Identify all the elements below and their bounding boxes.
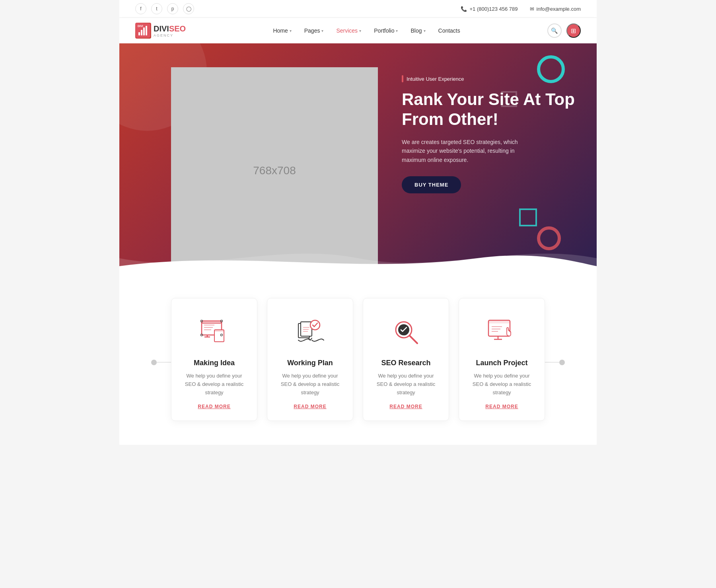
nav-home[interactable]: Home ▾: [273, 27, 291, 34]
pinterest-icon[interactable]: p: [167, 3, 178, 14]
svg-line-26: [410, 336, 417, 343]
hero-title: Rank Your Site At Top From Other!: [402, 90, 581, 130]
nav-blog[interactable]: Blog ▾: [411, 27, 425, 34]
card-link-seo-research[interactable]: READ MORE: [389, 404, 422, 409]
hero-section: 768x708 Intuitive User Experience Rank Y…: [119, 43, 597, 274]
card-link-making-idea[interactable]: READ MORE: [198, 404, 230, 409]
seo-research-icon: [388, 314, 424, 350]
hero-content: Intuitive User Experience Rank Your Site…: [378, 43, 597, 274]
chevron-down-icon: ▾: [290, 29, 292, 33]
service-card-working-plan: Working Plan We help you define your SEO…: [267, 298, 353, 421]
top-bar-contact: 📞 +1 (800)123 456 789 ✉ info@example.com: [461, 6, 581, 12]
apps-button[interactable]: ⊞: [566, 23, 581, 38]
nav-contacts[interactable]: Contacts: [438, 27, 460, 34]
chevron-down-icon: ▾: [321, 29, 323, 33]
services-section: Making Idea We help you define your SEO …: [119, 274, 597, 445]
nav-actions: 🔍 ⊞: [547, 23, 581, 38]
search-button[interactable]: 🔍: [547, 23, 562, 38]
chevron-down-icon: ▾: [424, 29, 426, 33]
email-address: ✉ info@example.com: [530, 6, 581, 12]
deco-dot-left: [151, 360, 157, 365]
nav-links: Home ▾ Pages ▾ Services ▾ Portfolio ▾ Bl…: [273, 27, 460, 34]
card-desc-working-plan: We help you define your SEO & develop a …: [278, 372, 342, 397]
service-card-making-idea: Making Idea We help you define your SEO …: [171, 298, 257, 421]
nav-services[interactable]: Services ▾: [336, 27, 361, 34]
svg-rect-4: [146, 26, 147, 35]
navbar: DIVI DIVISEO AGENCY Home ▾ Pages ▾ Servi…: [119, 18, 597, 43]
card-title-launch-project: Launch Project: [476, 359, 527, 367]
hero-wave: [119, 242, 597, 274]
card-title-seo-research: SEO Research: [381, 359, 430, 367]
email-icon: ✉: [530, 6, 534, 12]
nav-portfolio[interactable]: Portfolio ▾: [374, 27, 398, 34]
launch-project-icon: [484, 314, 520, 350]
deco-dot-right: [559, 360, 565, 365]
chevron-down-icon: ▾: [396, 29, 398, 33]
phone-icon: 📞: [461, 6, 467, 12]
svg-rect-2: [141, 30, 142, 35]
top-bar: f t p ◯ 📞 +1 (800)123 456 789 ✉ info@exa…: [119, 0, 597, 18]
service-card-seo-research: SEO Research We help you define your SEO…: [363, 298, 449, 421]
service-card-launch-project: Launch Project We help you define your S…: [459, 298, 545, 421]
svg-rect-3: [143, 27, 145, 35]
logo-icon: DIVI: [135, 23, 151, 39]
hero-eyebrow: Intuitive User Experience: [402, 75, 581, 82]
svg-rect-11: [214, 330, 224, 332]
card-link-launch-project[interactable]: READ MORE: [485, 404, 518, 409]
card-title-working-plan: Working Plan: [287, 359, 333, 367]
making-idea-icon: [197, 314, 232, 350]
card-desc-launch-project: We help you define your SEO & develop a …: [470, 372, 533, 397]
card-title-making-idea: Making Idea: [194, 359, 235, 367]
twitter-icon[interactable]: t: [151, 3, 162, 14]
working-plan-icon: [292, 314, 328, 350]
svg-rect-1: [138, 32, 140, 35]
hero-description: We are creates targeted SEO strategies, …: [402, 138, 537, 164]
logo-sub: AGENCY: [154, 33, 186, 37]
nav-pages[interactable]: Pages ▾: [304, 27, 324, 34]
svg-rect-7: [202, 321, 222, 323]
buy-theme-button[interactable]: BUY THEME: [402, 176, 461, 193]
social-icons: f t p ◯: [135, 3, 194, 14]
instagram-icon[interactable]: ◯: [183, 3, 194, 14]
logo[interactable]: DIVI DIVISEO AGENCY: [135, 23, 186, 39]
svg-rect-29: [488, 320, 510, 323]
service-cards-row: Making Idea We help you define your SEO …: [171, 298, 545, 421]
facebook-icon[interactable]: f: [135, 3, 146, 14]
logo-text: DIVISEO: [154, 24, 186, 33]
card-desc-seo-research: We help you define your SEO & develop a …: [374, 372, 438, 397]
eyebrow-bar: [402, 75, 403, 82]
svg-text:DIVI: DIVI: [138, 25, 143, 27]
card-link-working-plan[interactable]: READ MORE: [294, 404, 326, 409]
card-desc-making-idea: We help you define your SEO & develop a …: [183, 372, 246, 397]
chevron-down-icon: ▾: [359, 29, 361, 33]
phone-number: 📞 +1 (800)123 456 789: [461, 6, 518, 12]
